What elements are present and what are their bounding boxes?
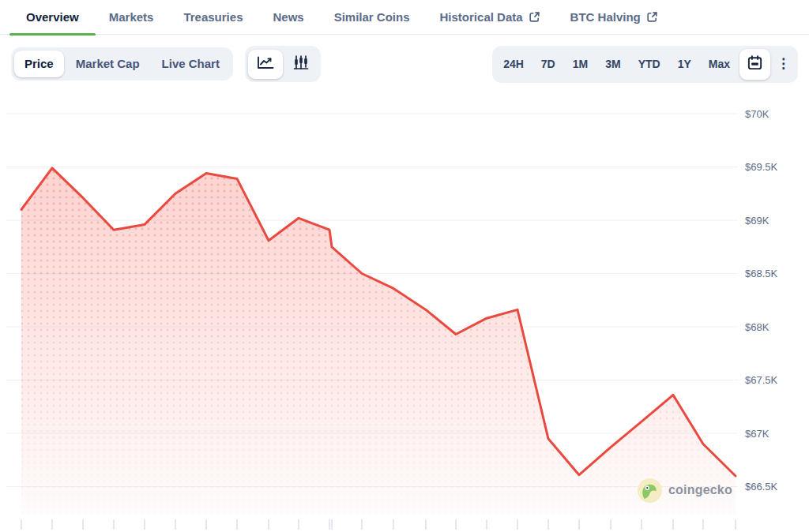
- range-1m-button[interactable]: 1M: [565, 51, 596, 77]
- y-axis-label--68-5k: $68.5K: [745, 268, 778, 279]
- tab-label: Treasuries: [183, 10, 243, 24]
- tab-similar-coins[interactable]: Similar Coins: [334, 10, 410, 34]
- range-1y-button[interactable]: 1Y: [670, 51, 699, 77]
- candlestick-chart-toggle-button[interactable]: [284, 49, 318, 79]
- price-area-chart[interactable]: $70K$69.5K$69K$68.5K$68K$67.5K$67K$66.5K: [0, 93, 809, 532]
- range-24h-button[interactable]: 24H: [495, 51, 532, 77]
- watermark-label: coingecko: [668, 483, 732, 497]
- coin-tab-bar: OverviewMarketsTreasuriesNewsSimilar Coi…: [0, 0, 809, 35]
- custom-date-range-button[interactable]: [739, 49, 770, 80]
- tab-label: Similar Coins: [334, 10, 410, 24]
- y-axis-label--68k: $68K: [745, 320, 769, 332]
- tab-btc-halving[interactable]: BTC Halving: [570, 10, 658, 34]
- more-options-kebab-button[interactable]: ⋮: [772, 51, 795, 77]
- coingecko-logo-icon: [638, 478, 662, 503]
- metric-toggle-group: PriceMarket CapLive Chart: [11, 47, 233, 81]
- tab-label: Overview: [26, 10, 79, 24]
- range-ytd-button[interactable]: YTD: [630, 51, 668, 77]
- tab-markets[interactable]: Markets: [109, 10, 154, 34]
- live-chart-button[interactable]: Live Chart: [152, 51, 230, 77]
- range-3m-button[interactable]: 3M: [597, 51, 628, 77]
- kebab-icon: ⋮: [777, 56, 790, 72]
- y-axis-label--66-5k: $66.5K: [745, 481, 778, 493]
- y-axis-label--69k: $69K: [745, 214, 769, 226]
- range-max-button[interactable]: Max: [701, 51, 738, 77]
- price-button[interactable]: Price: [14, 51, 64, 77]
- active-tab-underline: [9, 33, 96, 36]
- calendar-icon: [747, 54, 763, 74]
- chart-type-toggle-group: [245, 46, 321, 82]
- tab-label: BTC Halving: [570, 10, 641, 24]
- tab-overview[interactable]: Overview: [26, 10, 79, 34]
- tab-treasuries[interactable]: Treasuries: [183, 10, 243, 34]
- external-link-icon: [529, 11, 540, 23]
- tab-news[interactable]: News: [273, 10, 303, 34]
- candlestick-chart-icon: [293, 55, 309, 73]
- time-range-toggle-group: 24H7D1M3MYTD1YMax⋮: [492, 46, 798, 83]
- tab-label: News: [273, 10, 303, 24]
- range-7d-button[interactable]: 7D: [533, 51, 563, 77]
- y-axis-label--67-5k: $67.5K: [745, 374, 778, 386]
- line-chart-toggle-button[interactable]: [248, 50, 283, 79]
- coingecko-watermark: coingecko: [638, 478, 732, 503]
- tab-historical-data[interactable]: Historical Data: [440, 10, 540, 34]
- y-axis-label--70k: $70K: [745, 107, 769, 119]
- y-axis-label--67k: $67K: [745, 427, 769, 439]
- tab-label: Markets: [109, 10, 154, 24]
- line-chart-icon: [257, 56, 274, 73]
- price-chart: $70K$69.5K$69K$68.5K$68K$67.5K$67K$66.5K…: [0, 93, 809, 532]
- market-cap-button[interactable]: Market Cap: [66, 51, 150, 77]
- tab-label: Historical Data: [440, 10, 523, 24]
- external-link-icon: [646, 11, 658, 23]
- y-axis-label--69-5k: $69.5K: [745, 161, 778, 173]
- chart-controls-row: PriceMarket CapLive Chart 24H7D1M3MYTD1Y…: [11, 46, 798, 83]
